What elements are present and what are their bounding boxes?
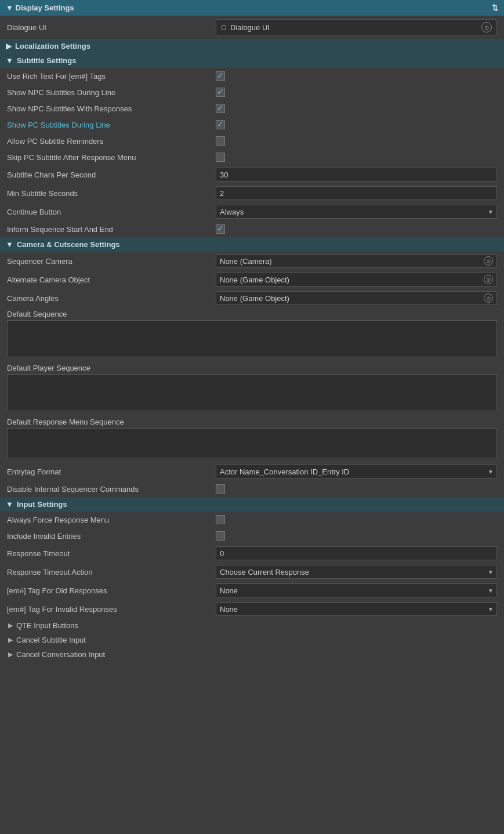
show-npc-subtitles-row: Show NPC Subtitles During Line [0, 84, 504, 100]
response-timeout-action-row: Response Timeout Action Choose Current R… [0, 563, 504, 581]
subtitle-settings-arrow: ▼ [6, 56, 13, 65]
default-sequence-row: Default Sequence [0, 307, 504, 361]
allow-pc-reminders-checkbox[interactable] [216, 136, 225, 146]
use-rich-text-row: Use Rich Text For [em#] Tags [0, 68, 504, 84]
sequencer-camera-field[interactable]: None (Camera) ⊙ [216, 254, 497, 268]
dialogue-ui-select-btn[interactable]: ⊙ [481, 22, 492, 32]
subtitle-chars-input[interactable] [216, 168, 497, 182]
input-settings-content: Always Force Response Menu Include Inval… [0, 512, 504, 662]
default-response-menu-sequence-label: Default Response Menu Sequence [7, 418, 497, 426]
camera-angles-field[interactable]: None (Game Object) ⊙ [216, 291, 497, 305]
show-npc-with-responses-label: Show NPC Subtitles With Responses [7, 104, 216, 113]
use-rich-text-checkbox[interactable] [216, 71, 225, 81]
subtitle-chars-row: Subtitle Chars Per Second [0, 165, 504, 184]
display-settings-header[interactable]: ▼ Display Settings ⇅ [0, 0, 504, 16]
localization-settings-header[interactable]: ▶ Localization Settings [0, 39, 504, 53]
default-response-menu-sequence-row: Default Response Menu Sequence [0, 415, 504, 462]
cancel-subtitle-input-label: Cancel Subtitle Input [16, 636, 86, 644]
show-pc-subtitles-label: Show PC Subtitles During Line [7, 121, 216, 129]
cancel-conversation-input-item[interactable]: ▶ Cancel Conversation Input [0, 647, 504, 662]
camera-angles-select-btn[interactable]: ⊙ [484, 293, 493, 303]
alternate-camera-select-btn[interactable]: ⊙ [484, 275, 493, 284]
camera-settings-header[interactable]: ▼ Camera & Cutscene Settings [0, 237, 504, 252]
default-player-sequence-label: Default Player Sequence [7, 364, 497, 372]
response-timeout-action-dropdown[interactable]: Choose Current Response [216, 565, 497, 579]
input-settings-header[interactable]: ▼ Input Settings [0, 497, 504, 512]
response-timeout-label: Response Timeout [7, 549, 216, 558]
display-settings-arrow: ▼ [6, 3, 13, 12]
include-invalid-entries-checkbox[interactable] [216, 531, 225, 541]
qte-input-buttons-arrow: ▶ [8, 622, 13, 629]
allow-pc-reminders-row: Allow PC Subtitle Reminders [0, 133, 504, 149]
show-pc-subtitles-row: Show PC Subtitles During Line [0, 117, 504, 133]
default-player-sequence-textarea[interactable] [7, 374, 497, 411]
qte-input-buttons-item[interactable]: ▶ QTE Input Buttons [0, 618, 504, 633]
dialogue-ui-row: Dialogue UI ⬡ Dialogue UI ⊙ [0, 16, 504, 39]
dialogue-ui-label: Dialogue UI [7, 23, 216, 32]
show-npc-subtitles-label: Show NPC Subtitles During Line [7, 88, 216, 97]
skip-pc-subtitle-checkbox[interactable] [216, 153, 225, 162]
cancel-conversation-input-label: Cancel Conversation Input [16, 650, 105, 659]
dialogue-ui-icon: ⬡ [221, 24, 227, 31]
response-timeout-input[interactable] [216, 546, 497, 560]
subtitle-settings-header[interactable]: ▼ Subtitle Settings [0, 53, 504, 68]
continue-button-dropdown[interactable]: Always [216, 205, 497, 219]
em-tag-old-responses-dropdown[interactable]: None [216, 583, 497, 597]
display-settings-title: Display Settings [16, 3, 74, 12]
sequencer-camera-value: None (Camera) [220, 257, 272, 266]
cancel-subtitle-input-arrow: ▶ [8, 636, 13, 644]
alternate-camera-value: None (Game Object) [220, 275, 289, 284]
em-tag-invalid-responses-dropdown[interactable]: None [216, 602, 497, 616]
always-force-response-menu-row: Always Force Response Menu [0, 512, 504, 528]
em-tag-invalid-responses-row: [em#] Tag For Invalid Responses None [0, 600, 504, 618]
alternate-camera-row: Alternate Camera Object None (Game Objec… [0, 270, 504, 289]
inform-sequence-checkbox[interactable] [216, 224, 225, 234]
camera-angles-label: Camera Angles [7, 294, 216, 303]
continue-button-row: Continue Button Always [0, 202, 504, 221]
localization-settings-label: Localization Settings [15, 42, 90, 50]
skip-pc-subtitle-row: Skip PC Subtitle After Response Menu [0, 149, 504, 165]
sequencer-camera-row: Sequencer Camera None (Camera) ⊙ [0, 252, 504, 270]
disable-internal-sequencer-label: Disable Internal Sequencer Commands [7, 485, 216, 494]
em-tag-old-responses-row: [em#] Tag For Old Responses None [0, 581, 504, 600]
subtitle-settings-content: Use Rich Text For [em#] Tags Show NPC Su… [0, 68, 504, 237]
response-timeout-action-label: Response Timeout Action [7, 568, 216, 576]
min-subtitle-seconds-input[interactable] [216, 186, 497, 200]
default-sequence-textarea[interactable] [7, 320, 497, 357]
cancel-subtitle-input-item[interactable]: ▶ Cancel Subtitle Input [0, 633, 504, 647]
localization-arrow: ▶ [6, 42, 12, 50]
show-npc-with-responses-checkbox[interactable] [216, 104, 225, 113]
default-player-sequence-row: Default Player Sequence [0, 361, 504, 415]
entrytag-format-label: Entrytag Format [7, 467, 216, 476]
em-tag-invalid-responses-label: [em#] Tag For Invalid Responses [7, 605, 216, 614]
input-settings-label: Input Settings [17, 500, 67, 509]
alternate-camera-label: Alternate Camera Object [7, 275, 216, 284]
min-subtitle-seconds-label: Min Subtitle Seconds [7, 189, 216, 198]
always-force-response-menu-label: Always Force Response Menu [7, 516, 216, 524]
show-pc-subtitles-checkbox[interactable] [216, 120, 225, 129]
subtitle-chars-label: Subtitle Chars Per Second [7, 171, 216, 179]
dialogue-ui-value: Dialogue UI [230, 23, 270, 32]
camera-settings-content: Sequencer Camera None (Camera) ⊙ Alterna… [0, 252, 504, 497]
default-response-menu-sequence-textarea[interactable] [7, 428, 497, 458]
allow-pc-reminders-label: Allow PC Subtitle Reminders [7, 137, 216, 146]
include-invalid-entries-label: Include Invalid Entries [7, 532, 216, 541]
continue-button-label: Continue Button [7, 208, 216, 216]
alternate-camera-field[interactable]: None (Game Object) ⊙ [216, 273, 497, 287]
entrytag-format-dropdown[interactable]: Actor Name_Conversation ID_Entry ID [216, 465, 497, 478]
min-subtitle-seconds-row: Min Subtitle Seconds [0, 184, 504, 202]
dialogue-ui-field[interactable]: ⬡ Dialogue UI ⊙ [216, 19, 497, 35]
default-sequence-label: Default Sequence [7, 310, 497, 318]
subtitle-settings-label: Subtitle Settings [17, 56, 77, 65]
show-npc-with-responses-row: Show NPC Subtitles With Responses [0, 100, 504, 117]
input-settings-arrow: ▼ [6, 500, 13, 509]
show-npc-subtitles-checkbox[interactable] [216, 88, 225, 97]
always-force-response-menu-checkbox[interactable] [216, 515, 225, 524]
sequencer-camera-select-btn[interactable]: ⊙ [484, 256, 493, 266]
disable-internal-sequencer-checkbox[interactable] [216, 484, 225, 494]
inform-sequence-label: Inform Sequence Start And End [7, 225, 216, 234]
camera-angles-row: Camera Angles None (Game Object) ⊙ [0, 289, 504, 307]
entrytag-format-row: Entrytag Format Actor Name_Conversation … [0, 462, 504, 481]
sort-icon: ⇅ [492, 3, 498, 12]
camera-settings-arrow: ▼ [6, 240, 13, 249]
